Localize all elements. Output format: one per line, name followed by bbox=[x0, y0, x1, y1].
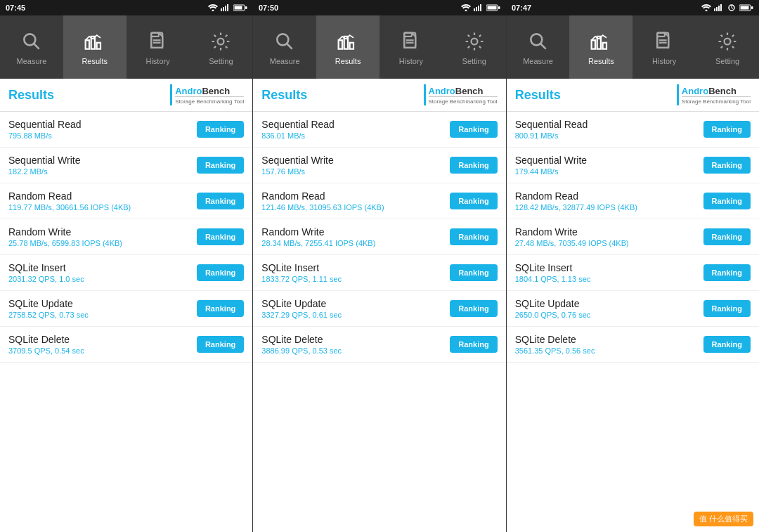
logo-sub-1: Storage Benchmarking Tool bbox=[175, 96, 244, 105]
results-header-3: Results AndroBench Storage Benchmarking … bbox=[507, 79, 759, 112]
svg-rect-7 bbox=[245, 6, 247, 9]
svg-rect-3 bbox=[225, 6, 226, 11]
svg-point-35 bbox=[218, 39, 224, 45]
bench-row-sqlite-update-3: SQLite Update 2650.0 QPS, 0.76 sec Ranki… bbox=[507, 291, 759, 327]
results-title-2: Results bbox=[261, 88, 307, 103]
ranking-btn-1-2[interactable]: Ranking bbox=[197, 157, 244, 174]
nav-history-1[interactable]: History bbox=[126, 15, 190, 79]
ranking-btn-3-2[interactable]: Ranking bbox=[703, 157, 751, 174]
bench-row-rand-write-1: Random Write 25.78 MB/s, 6599.83 IOPS (4… bbox=[0, 219, 252, 255]
time-2: 07:50 bbox=[259, 4, 278, 12]
svg-rect-24 bbox=[751, 6, 753, 9]
ranking-btn-1-5[interactable]: Ranking bbox=[197, 264, 244, 281]
ranking-btn-1-7[interactable]: Ranking bbox=[197, 336, 244, 353]
bench-name-1-4: Random Write bbox=[8, 226, 122, 238]
results-title-3: Results bbox=[515, 88, 561, 103]
bench-row-sqlite-delete-2: SQLite Delete 3886.99 QPS, 0.53 sec Rank… bbox=[253, 327, 505, 363]
nav-setting-1[interactable]: Setting bbox=[189, 15, 252, 79]
bench-value-3-7: 3561.35 QPS, 0.56 sec bbox=[515, 346, 595, 355]
ranking-btn-3-5[interactable]: Ranking bbox=[703, 264, 751, 281]
ranking-btn-1-4[interactable]: Ranking bbox=[197, 228, 244, 245]
androbench-logo-2: AndroBench Storage Benchmarking Tool bbox=[424, 84, 498, 105]
status-icons-2 bbox=[461, 4, 500, 11]
time-3: 07:47 bbox=[512, 4, 531, 12]
ranking-btn-2-4[interactable]: Ranking bbox=[450, 228, 497, 245]
status-bar-1: 07:45 bbox=[0, 0, 253, 15]
nav-measure-3[interactable]: Measure bbox=[507, 15, 570, 79]
bench-name-3-5: SQLite Insert bbox=[515, 262, 591, 273]
bench-value-1-5: 2031.32 QPS, 1.0 sec bbox=[8, 275, 84, 283]
svg-rect-49 bbox=[592, 40, 595, 48]
ranking-btn-2-2[interactable]: Ranking bbox=[450, 157, 497, 174]
bench-value-1-2: 182.2 MB/s bbox=[8, 167, 80, 176]
ranking-btn-2-1[interactable]: Ranking bbox=[450, 121, 497, 138]
nav-setting-3[interactable]: Setting bbox=[696, 15, 759, 79]
bench-row-seq-write-2: Sequential Write 157.76 MB/s Ranking bbox=[253, 148, 505, 183]
ranking-btn-2-7[interactable]: Ranking bbox=[450, 336, 497, 353]
svg-rect-12 bbox=[480, 4, 481, 11]
svg-rect-4 bbox=[227, 4, 228, 11]
bench-value-1-1: 795.88 MB/s bbox=[8, 131, 82, 140]
ranking-btn-3-1[interactable]: Ranking bbox=[703, 121, 751, 138]
bench-row-seq-read-3: Sequential Read 800.91 MB/s Ranking bbox=[507, 112, 759, 148]
bench-value-2-2: 157.76 MB/s bbox=[261, 167, 333, 176]
gear-icon-2 bbox=[462, 29, 487, 54]
logo-name-1: AndroBench bbox=[175, 86, 244, 96]
bench-name-3-1: Sequential Read bbox=[515, 119, 588, 130]
nav-label-results-3: Results bbox=[588, 57, 614, 65]
ranking-btn-1-6[interactable]: Ranking bbox=[197, 300, 244, 317]
nav-measure-2[interactable]: Measure bbox=[253, 15, 316, 79]
ranking-btn-1-1[interactable]: Ranking bbox=[197, 121, 244, 138]
svg-line-37 bbox=[287, 44, 292, 49]
svg-rect-18 bbox=[716, 7, 718, 11]
ranking-btn-2-5[interactable]: Ranking bbox=[450, 264, 497, 281]
svg-point-8 bbox=[465, 10, 467, 12]
bench-name-1-1: Sequential Read bbox=[8, 119, 82, 130]
svg-point-0 bbox=[212, 10, 214, 12]
doc-icon-2 bbox=[398, 29, 424, 54]
svg-point-16 bbox=[706, 10, 708, 12]
nav-measure-1[interactable]: Measure bbox=[0, 15, 63, 79]
nav-results-3[interactable]: Results bbox=[569, 15, 632, 79]
svg-point-47 bbox=[531, 34, 542, 45]
nav-setting-2[interactable]: Setting bbox=[443, 15, 506, 79]
svg-rect-51 bbox=[603, 43, 606, 49]
svg-rect-14 bbox=[488, 6, 497, 10]
bench-name-2-7: SQLite Delete bbox=[261, 334, 342, 345]
ranking-btn-3-4[interactable]: Ranking bbox=[703, 228, 751, 245]
bench-name-2-2: Sequential Write bbox=[261, 155, 333, 166]
ranking-btn-3-3[interactable]: Ranking bbox=[703, 193, 751, 209]
ranking-btn-1-3[interactable]: Ranking bbox=[197, 193, 244, 209]
nav-results-1[interactable]: Results bbox=[63, 15, 126, 79]
ranking-btn-3-7[interactable]: Ranking bbox=[703, 336, 751, 353]
search-icon-3 bbox=[526, 29, 551, 54]
bench-value-1-3: 119.77 MB/s, 30661.56 IOPS (4KB) bbox=[8, 203, 131, 212]
bench-name-3-3: Random Read bbox=[515, 190, 637, 202]
bench-value-2-3: 121.46 MB/s, 31095.63 IOPS (4KB) bbox=[261, 203, 384, 212]
ranking-btn-2-3[interactable]: Ranking bbox=[450, 193, 497, 209]
nav-label-results-1: Results bbox=[82, 57, 108, 65]
content-1: Results AndroBench Storage Benchmarking … bbox=[0, 79, 252, 532]
ranking-btn-3-6[interactable]: Ranking bbox=[703, 300, 751, 317]
nav-history-3[interactable]: History bbox=[632, 15, 696, 79]
nav-history-2[interactable]: History bbox=[379, 15, 443, 79]
svg-rect-10 bbox=[476, 7, 477, 11]
bench-name-2-3: Random Read bbox=[261, 190, 384, 202]
svg-rect-29 bbox=[96, 43, 100, 49]
bench-value-3-6: 2650.0 QPS, 0.76 sec bbox=[515, 311, 591, 319]
time-1: 07:45 bbox=[6, 4, 25, 12]
watermark: 值 什么值得买 bbox=[694, 512, 753, 526]
nav-bar-2: Measure Results History bbox=[253, 15, 505, 79]
bench-row-sqlite-update-1: SQLite Update 2758.52 QPS, 0.73 sec Rank… bbox=[0, 291, 252, 327]
ranking-btn-2-6[interactable]: Ranking bbox=[450, 300, 497, 317]
doc-icon-1 bbox=[145, 29, 171, 54]
svg-line-26 bbox=[34, 44, 39, 49]
results-header-2: Results AndroBench Storage Benchmarking … bbox=[253, 79, 505, 112]
bench-name-2-6: SQLite Update bbox=[261, 298, 342, 309]
logo-sub-2: Storage Benchmarking Tool bbox=[429, 96, 498, 105]
nav-results-2[interactable]: Results bbox=[316, 15, 379, 79]
results-header-1: Results AndroBench Storage Benchmarking … bbox=[0, 79, 252, 112]
bench-name-3-2: Sequential Write bbox=[515, 155, 587, 166]
gear-icon-1 bbox=[208, 29, 233, 54]
bench-row-sqlite-insert-1: SQLite Insert 2031.32 QPS, 1.0 sec Ranki… bbox=[0, 255, 252, 291]
